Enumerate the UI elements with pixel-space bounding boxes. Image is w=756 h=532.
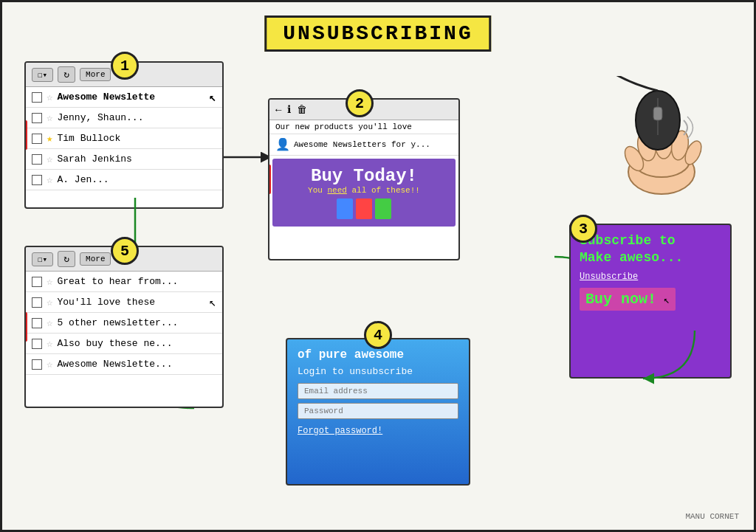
- step3-buy-bg: Buy now! ↖: [580, 288, 676, 311]
- inbox-row-3[interactable]: ★ Tim Bullock: [26, 128, 222, 149]
- step2-red-tab: [268, 165, 271, 194]
- s5-row1-checkbox[interactable]: [32, 277, 42, 287]
- step5-circle: 5: [111, 237, 139, 265]
- step1-circle: 1: [111, 52, 139, 80]
- product-3: [375, 198, 391, 219]
- s5-row5-text: Awesome Newslette...: [57, 359, 172, 370]
- row2-star[interactable]: ☆: [47, 111, 52, 124]
- step4-heading: of pure awesome: [298, 348, 458, 362]
- step5-inbox-panel: ☐▾ ↻ More ☆ Great to hear from... ☆ You'…: [24, 246, 224, 408]
- product-2: [356, 198, 372, 219]
- s5-row4-text: Also buy these ne...: [57, 338, 172, 349]
- step4-circle: 4: [364, 321, 392, 349]
- step5-row-1[interactable]: ☆ Great to hear from...: [26, 272, 222, 292]
- buy-today-text: Buy Today!: [278, 166, 450, 186]
- mouse-hand-illustration: [584, 76, 709, 209]
- step5-toolbar-more[interactable]: More: [80, 252, 111, 266]
- row1-checkbox[interactable]: [32, 92, 42, 103]
- step5-row-3[interactable]: ☆ 5 other newsletter...: [26, 313, 222, 334]
- step2-ad-block: Buy Today! You need all of these!!: [272, 159, 456, 227]
- cursor-step3: ↖: [664, 294, 670, 306]
- step5-toolbar-checkbox[interactable]: ☐▾: [32, 252, 53, 266]
- back-btn[interactable]: ←: [275, 104, 281, 116]
- step5-red-tab: [24, 312, 27, 342]
- s5-row3-star[interactable]: ☆: [47, 317, 52, 329]
- step5-row-5[interactable]: ☆ Awesome Newslette...: [26, 354, 222, 375]
- inbox-row-5[interactable]: ☆ A. Jen...: [26, 170, 222, 190]
- s5-row3-checkbox[interactable]: [32, 318, 42, 328]
- cursor-step1: ↖: [209, 90, 216, 105]
- toolbar-checkbox-btn[interactable]: ☐▾: [32, 68, 53, 82]
- inbox-row-2[interactable]: ☆ Jenny, Shaun...: [26, 108, 222, 128]
- row3-text: Tim Bullock: [57, 133, 120, 144]
- row1-star[interactable]: ☆: [47, 91, 52, 103]
- svg-rect-10: [653, 107, 662, 120]
- step5-row-4[interactable]: ☆ Also buy these ne...: [26, 334, 222, 354]
- s5-row4-star[interactable]: ☆: [47, 337, 52, 350]
- s5-row1-text: Great to hear from...: [57, 276, 178, 287]
- toolbar-more-btn[interactable]: More: [80, 68, 111, 81]
- row3-checkbox[interactable]: [32, 134, 42, 144]
- s5-row5-star[interactable]: ☆: [47, 358, 52, 370]
- step2-circle: 2: [346, 89, 374, 117]
- inbox-row-4[interactable]: ☆ Sarah Jenkins: [26, 149, 222, 170]
- products-row: [278, 198, 450, 219]
- s5-row1-star[interactable]: ☆: [47, 275, 52, 288]
- cursor-step5: ↖: [209, 295, 216, 310]
- row2-text: Jenny, Shaun...: [57, 112, 143, 123]
- product-1: [337, 198, 353, 219]
- step3-unsubscribe-link[interactable]: Unsubscribe: [580, 272, 721, 282]
- you-need-text: You need all of these!!: [278, 186, 450, 195]
- mouse-svg: [584, 76, 709, 209]
- s5-row2-star[interactable]: ☆: [47, 296, 52, 308]
- step2-from: 👤 Awesome Newsletters for y...: [269, 134, 458, 156]
- step1-inbox-panel: ☐▾ ↻ More ☆ Awesome Newslette ↖ ☆ Jenny,…: [24, 61, 224, 209]
- email-field[interactable]: [298, 383, 458, 399]
- row3-star[interactable]: ★: [47, 132, 52, 145]
- toolbar-refresh-btn[interactable]: ↻: [58, 66, 75, 83]
- s5-row4-checkbox[interactable]: [32, 339, 42, 349]
- step2-subject: Our new products you'll love: [269, 120, 458, 134]
- step1-red-tab: [24, 120, 27, 150]
- row4-star[interactable]: ☆: [47, 153, 52, 165]
- page-title: UNSUBSCRIBING: [264, 15, 491, 52]
- row4-text: Sarah Jenkins: [57, 153, 131, 165]
- s5-row3-text: 5 other newsletter...: [57, 317, 178, 328]
- step3-subscribe-panel: Subscribe to Make aweso... Unsubscribe B…: [569, 224, 732, 379]
- row5-checkbox[interactable]: [32, 175, 42, 185]
- delete-btn[interactable]: 🗑: [297, 104, 307, 116]
- step4-login-panel: of pure awesome Login to unsubscribe For…: [286, 338, 470, 486]
- s5-row2-text: You'll love these: [57, 297, 155, 308]
- password-field[interactable]: [298, 403, 458, 419]
- author-credit: MANU CORNET: [685, 512, 739, 521]
- row2-checkbox[interactable]: [32, 113, 42, 123]
- s5-row5-checkbox[interactable]: [32, 359, 42, 370]
- step4-subheading: Login to unsubscribe: [298, 366, 458, 377]
- row1-text: Awesome Newslette: [57, 91, 155, 103]
- step3-line1: Subscribe to: [580, 232, 721, 249]
- inbox-row-1[interactable]: ☆ Awesome Newslette ↖: [26, 87, 222, 108]
- row5-star[interactable]: ☆: [47, 173, 52, 186]
- s5-row2-checkbox[interactable]: [32, 297, 42, 308]
- info-btn[interactable]: ℹ: [287, 103, 291, 116]
- row4-checkbox[interactable]: [32, 154, 42, 165]
- step5-toolbar-refresh[interactable]: ↻: [58, 251, 75, 267]
- step5-row-2[interactable]: ☆ You'll love these ↖: [26, 292, 222, 313]
- step3-buy-text: Buy now!: [585, 291, 656, 308]
- step3-circle: 3: [569, 215, 597, 243]
- step2-email-panel: ← ℹ 🗑 Our new products you'll love 👤 Awe…: [268, 98, 460, 260]
- forgot-password-link[interactable]: Forgot password!: [298, 426, 458, 436]
- step3-line2: Make aweso...: [580, 249, 721, 266]
- row5-text: A. Jen...: [57, 174, 109, 185]
